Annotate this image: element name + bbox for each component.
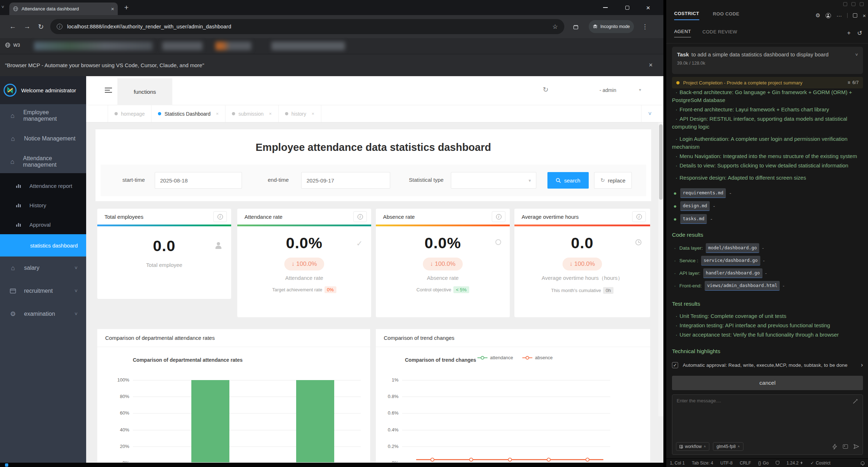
tab-agent[interactable]: AGENT: [674, 29, 691, 37]
close-icon[interactable]: ×: [863, 13, 866, 19]
tab-history[interactable]: history ×: [279, 105, 321, 122]
window-minimize-button[interactable]: [603, 0, 608, 15]
bell-icon[interactable]: [861, 461, 864, 464]
tab-close-icon[interactable]: ×: [312, 111, 314, 116]
start-time-input[interactable]: [155, 172, 242, 189]
file-link[interactable]: handler/dashboard.go: [703, 268, 762, 278]
tab-roo-code[interactable]: ROO CODE: [713, 11, 739, 20]
sidebar-item-recruitment[interactable]: recruitment ˅: [0, 279, 86, 302]
chevron-down-icon[interactable]: ˅: [855, 52, 858, 57]
browser-menu-icon[interactable]: ⋮: [642, 15, 648, 38]
send-icon[interactable]: [854, 444, 859, 449]
tab-homepage[interactable]: homepage: [108, 105, 151, 122]
tab-search-icon[interactable]: ˅: [1, 4, 4, 10]
layout-icon[interactable]: [843, 2, 847, 6]
chevron-right-icon[interactable]: ›: [861, 361, 863, 369]
shield-icon[interactable]: [776, 461, 779, 465]
blurred-bookmark-group[interactable]: [215, 42, 251, 50]
file-link[interactable]: views/admin_dashboard.html: [705, 281, 780, 291]
tab-size[interactable]: Tab Size: 4: [692, 461, 713, 466]
legend-item-absence[interactable]: absence: [522, 355, 552, 360]
lightning-icon[interactable]: [832, 444, 837, 449]
reload-button[interactable]: ↻: [38, 15, 44, 38]
end-time-input[interactable]: [301, 172, 390, 189]
functions-tab[interactable]: functions: [117, 78, 172, 105]
layout-icon[interactable]: [851, 2, 855, 6]
cursor-position[interactable]: 1, Col 1: [670, 461, 685, 466]
language-mode[interactable]: {}Go: [758, 461, 769, 466]
info-button[interactable]: i: [213, 211, 227, 222]
window-close-button[interactable]: ×: [646, 0, 650, 15]
tab-overflow-chevron[interactable]: ˅: [641, 105, 658, 122]
tab-close-icon[interactable]: ×: [111, 6, 114, 12]
sidebar-item-employee-management[interactable]: ⌂ Employee management: [0, 104, 86, 127]
replace-button[interactable]: ↻ replace: [594, 172, 632, 189]
file-link[interactable]: design.md: [680, 201, 710, 211]
todo-row[interactable]: Project Completion - Provide a complete …: [672, 77, 863, 88]
tab-close-icon[interactable]: ×: [269, 111, 272, 116]
blurred-bookmark-group[interactable]: [162, 42, 202, 50]
tab-close-icon[interactable]: ×: [216, 111, 219, 116]
sidebar-item-history[interactable]: History: [0, 195, 86, 215]
file-link[interactable]: service/dashboard.go: [701, 256, 760, 265]
sidebar-item-examination[interactable]: ⚙ examination ˅: [0, 302, 86, 325]
page-scrollbar[interactable]: [658, 122, 663, 416]
tab-statistics-dashboard[interactable]: Statistics Dashboard ×: [151, 105, 225, 122]
legend-item-attendance[interactable]: attendance: [477, 355, 513, 360]
bookmark-item[interactable]: W3: [5, 42, 20, 48]
back-button[interactable]: ←: [9, 15, 16, 38]
expand-icon[interactable]: [853, 13, 857, 18]
file-link[interactable]: tasks.md: [680, 214, 707, 224]
new-tab-button[interactable]: +: [124, 4, 129, 11]
encoding[interactable]: UTF-8: [720, 461, 733, 466]
sidebar-item-salary[interactable]: ⌂ salary ˅: [0, 256, 86, 279]
eol[interactable]: CRLF: [740, 461, 751, 466]
model-chip[interactable]: glm45-fp8 ˄: [713, 442, 743, 451]
refresh-icon[interactable]: ↻: [543, 85, 549, 94]
sidebar-item-approval[interactable]: Approval: [0, 215, 86, 234]
task-card[interactable]: Task to add a simple data statistics das…: [672, 47, 863, 74]
layout-icon[interactable]: [860, 2, 864, 6]
forward-button[interactable]: →: [24, 15, 31, 38]
message-input-box[interactable]: workflow ˄ glm45-fp8 ˄: [672, 394, 863, 455]
gear-icon[interactable]: ⚙: [816, 12, 820, 19]
notification-close-icon[interactable]: ×: [649, 61, 653, 69]
new-task-icon[interactable]: +: [847, 29, 851, 37]
statistical-type-select[interactable]: ▾: [451, 172, 536, 189]
file-link[interactable]: requirements.md: [680, 188, 726, 198]
url-bar[interactable]: i localhost:8888/index#//authority_rende…: [50, 19, 564, 34]
account-icon[interactable]: [826, 13, 831, 18]
window-maximize-button[interactable]: [625, 0, 629, 15]
more-icon[interactable]: ···: [836, 13, 842, 19]
cancel-button[interactable]: cancel: [672, 376, 863, 390]
user-caret-icon[interactable]: ▾: [639, 87, 641, 92]
menu-collapse-icon[interactable]: [105, 88, 112, 94]
blurred-bookmark-group[interactable]: [34, 42, 153, 50]
tab-costrict[interactable]: COSTRICT: [674, 11, 699, 20]
message-input[interactable]: [676, 398, 841, 404]
extensions-icon[interactable]: [573, 24, 579, 30]
site-info-icon[interactable]: i: [57, 24, 62, 29]
blurred-bookmark-group[interactable]: [271, 42, 345, 50]
sidebar-item-notice-management[interactable]: ⌂ Notice Management: [0, 127, 86, 150]
tab-submission[interactable]: submission ×: [225, 105, 279, 122]
search-button[interactable]: search: [547, 172, 589, 189]
info-button[interactable]: i: [632, 211, 646, 222]
info-button[interactable]: i: [492, 211, 505, 222]
sidebar-item-attendance-management[interactable]: ⌂ Attendance management: [0, 150, 86, 173]
workflow-mode-chip[interactable]: workflow ˄: [676, 442, 709, 451]
scrollbar-thumb[interactable]: [659, 124, 663, 200]
history-icon[interactable]: ↺: [857, 29, 862, 37]
bookmark-star-icon[interactable]: ☆: [552, 23, 558, 31]
approval-checkbox[interactable]: ✓: [672, 362, 678, 368]
go-version[interactable]: 1.24.2: [787, 461, 803, 466]
sidebar-item-attendance-report[interactable]: Attendance report: [0, 176, 86, 195]
browser-tab[interactable]: Attendance data dashboard ×: [9, 3, 118, 15]
tab-code-review[interactable]: CODE REVIEW: [703, 29, 737, 37]
sidebar-item-statistics-dashboard-active[interactable]: statistics dashboard: [0, 234, 86, 256]
enhance-prompt-icon[interactable]: [853, 398, 858, 404]
file-link[interactable]: model/dashboard.go: [706, 243, 759, 253]
info-button[interactable]: i: [353, 211, 367, 222]
admin-user-label[interactable]: - admin: [599, 87, 616, 93]
costrict-status[interactable]: ✓Costrict: [810, 461, 830, 466]
